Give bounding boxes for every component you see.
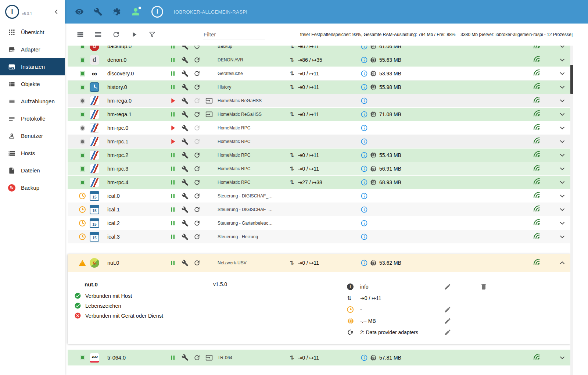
expand-row-button[interactable] — [557, 219, 567, 227]
scrollbar-thumb[interactable] — [570, 65, 573, 94]
instance-settings-button[interactable] — [180, 258, 189, 267]
expand-row-button[interactable] — [557, 206, 567, 214]
stop-instance-button[interactable] — [168, 232, 177, 241]
instance-settings-button[interactable] — [180, 219, 189, 228]
settings-gear-button[interactable] — [112, 7, 122, 17]
restart-instance-button[interactable] — [193, 151, 201, 160]
instance-settings-button[interactable] — [180, 353, 189, 362]
stop-instance-button[interactable] — [168, 83, 177, 92]
info-button[interactable] — [360, 97, 368, 105]
filter-input[interactable] — [203, 30, 265, 39]
open-web-ui-button[interactable] — [205, 353, 214, 362]
delete-instance-button[interactable] — [480, 282, 495, 292]
restart-instance-button[interactable] — [193, 178, 201, 187]
info-button[interactable] — [360, 233, 368, 241]
restart-instance-button[interactable] — [193, 110, 201, 119]
view-list-button[interactable] — [94, 30, 103, 39]
stop-instance-button[interactable] — [168, 219, 177, 228]
restart-instance-button[interactable] — [193, 83, 201, 92]
expand-row-button[interactable] — [557, 69, 567, 78]
instance-settings-button[interactable] — [180, 110, 189, 119]
expand-row-button[interactable] — [557, 165, 567, 173]
vertical-scrollbar[interactable] — [570, 46, 573, 375]
instance-settings-button[interactable] — [180, 56, 189, 64]
edit-button[interactable] — [444, 305, 459, 314]
restart-instance-button[interactable] — [193, 96, 201, 105]
visibility-button[interactable] — [74, 7, 85, 17]
info-button[interactable] — [360, 110, 368, 118]
stop-instance-button[interactable] — [168, 151, 177, 160]
instance-settings-button[interactable] — [180, 83, 189, 92]
restart-instance-button[interactable] — [193, 164, 201, 173]
restart-instance-button[interactable] — [193, 258, 201, 267]
expand-row-button[interactable] — [557, 178, 567, 186]
info-button[interactable] — [360, 192, 368, 200]
expand-row-button[interactable] — [557, 83, 567, 91]
stop-instance-button[interactable] — [168, 56, 177, 64]
info-button[interactable] — [360, 178, 368, 186]
info-button[interactable] — [360, 219, 368, 227]
info-button[interactable] — [360, 259, 368, 267]
sidebar-item-objekte[interactable]: Objekte — [0, 75, 65, 93]
expand-row-button[interactable] — [557, 56, 567, 64]
restart-instance-button[interactable] — [193, 219, 201, 228]
sidebar-item-hosts[interactable]: Hosts — [0, 144, 65, 162]
expert-mode-button[interactable] — [130, 7, 141, 17]
expand-row-button[interactable] — [557, 259, 567, 267]
stop-instance-button[interactable] — [168, 164, 177, 173]
sidebar-item-aufzaehlungen[interactable]: Aufzählungen — [0, 93, 65, 110]
start-all-button[interactable] — [130, 30, 139, 39]
restart-instance-button[interactable] — [193, 205, 201, 214]
stop-instance-button[interactable] — [168, 46, 177, 51]
instance-settings-button[interactable] — [180, 164, 189, 173]
sidebar-item-uebersicht[interactable]: Übersicht — [0, 24, 65, 41]
stop-instance-button[interactable] — [168, 69, 177, 78]
info-button[interactable] — [360, 138, 368, 146]
expand-row-button[interactable] — [557, 151, 567, 159]
sidebar-item-instanzen[interactable]: Instanzen — [0, 58, 65, 75]
instance-settings-button[interactable] — [180, 69, 189, 78]
info-button[interactable] — [360, 69, 368, 78]
expand-row-button[interactable] — [557, 138, 567, 146]
start-instance-button[interactable] — [168, 137, 177, 146]
sidebar-item-adapter[interactable]: Adapter — [0, 41, 65, 58]
info-button[interactable] — [360, 354, 368, 362]
start-instance-button[interactable] — [168, 96, 177, 105]
collapse-sidebar-button[interactable] — [51, 7, 61, 17]
restart-instance-button[interactable] — [193, 56, 201, 64]
stop-instance-button[interactable] — [168, 353, 177, 362]
edit-button[interactable] — [444, 316, 459, 326]
restart-instance-button[interactable] — [193, 232, 201, 241]
info-button[interactable] — [360, 165, 368, 173]
restart-instance-button[interactable] — [193, 353, 201, 362]
restart-instance-button[interactable] — [193, 124, 201, 132]
info-button[interactable] — [360, 46, 368, 50]
reload-button[interactable] — [112, 30, 121, 39]
expand-row-button[interactable] — [557, 192, 567, 200]
expand-row-button[interactable] — [557, 354, 567, 362]
wrench-button[interactable] — [93, 7, 103, 17]
instance-settings-button[interactable] — [180, 205, 189, 214]
filter-button[interactable] — [148, 30, 157, 39]
instance-settings-button[interactable] — [180, 151, 189, 160]
stop-instance-button[interactable] — [168, 192, 177, 200]
instance-settings-button[interactable] — [180, 124, 189, 132]
restart-instance-button[interactable] — [193, 137, 201, 146]
sidebar-item-dateien[interactable]: Dateien — [0, 162, 65, 179]
expand-row-button[interactable] — [557, 110, 567, 118]
info-button[interactable] — [360, 151, 368, 159]
instance-settings-button[interactable] — [180, 46, 189, 51]
expand-row-button[interactable] — [557, 124, 567, 132]
instance-settings-button[interactable] — [180, 232, 189, 241]
info-button[interactable] — [360, 83, 368, 91]
expand-row-button[interactable] — [557, 97, 567, 105]
instance-settings-button[interactable] — [180, 137, 189, 146]
expand-row-button[interactable] — [557, 46, 567, 50]
edit-button[interactable] — [444, 282, 459, 292]
restart-instance-button[interactable] — [193, 69, 201, 78]
view-tiles-button[interactable] — [76, 30, 85, 39]
instance-settings-button[interactable] — [180, 192, 189, 200]
restart-instance-button[interactable] — [193, 46, 201, 51]
open-web-ui-button[interactable] — [205, 110, 214, 119]
stop-instance-button[interactable] — [168, 205, 177, 214]
